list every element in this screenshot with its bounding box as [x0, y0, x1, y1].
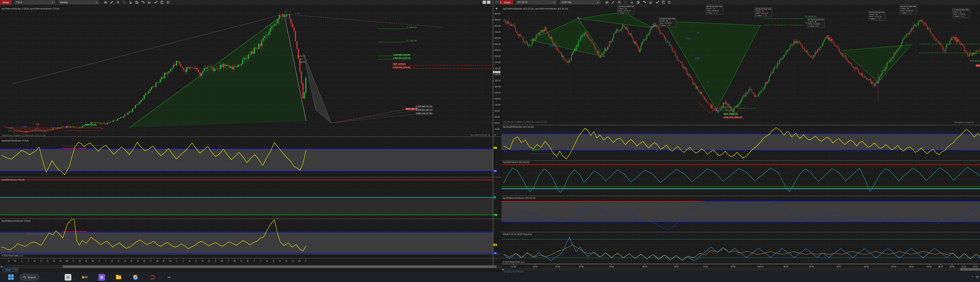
pattern-annotation: 2.000 (BC) (248.72) — [392, 57, 411, 60]
indicator-value-marker: 38 — [493, 244, 497, 246]
taskbar-app-chrome[interactable] — [132, 274, 139, 281]
time-axis-label: F — [228, 260, 229, 262]
h-scrollbar-left[interactable]: ◀ — [0, 265, 501, 268]
time-axis-label: F — [73, 260, 74, 262]
time-axis-label: N — [131, 260, 132, 262]
taskbar-app-folder[interactable] — [115, 274, 122, 281]
patterns-found-status: hpc patterns found: [3] — [470, 134, 490, 136]
price-axis-label: 180.00 — [495, 79, 501, 82]
time-axis-label: 08:02 — [783, 266, 788, 268]
pattern-annotation: 0.886 (XA) (218.94) — [392, 67, 411, 69]
pattern-annotation: Bat — [36, 123, 40, 125]
scroll-handle[interactable] — [960, 268, 980, 271]
time-axis-label: A — [189, 260, 190, 262]
time-axis-label: F — [150, 260, 151, 262]
time-axis-label: 10:13 — [961, 266, 966, 268]
pattern-annotation: T2: (4098.25) — [805, 16, 816, 18]
pattern-annotation: 0.886 — [22, 126, 27, 128]
time-axis-label: 20 — [66, 260, 68, 262]
system-tray: ⌃ 10:43 AM 2/10/2023 — [972, 274, 980, 281]
pattern-annotation: D — [67, 124, 69, 127]
time-axis-label: 09:59 — [950, 266, 955, 268]
tick-info-box: ES 03-23 2100 Tick# bars: 56Time: 00:37:… — [868, 11, 886, 21]
tray-expand-icon[interactable]: ⌃ — [972, 276, 974, 279]
pattern-annotation: D — [718, 111, 719, 113]
price-axis-label: 300.00 — [495, 43, 501, 45]
rsi-panel-label: RSI(ES 03-23 (2100 Tick),8,3) — [503, 233, 532, 235]
h-scrollbar-right[interactable]: ◀ ▶ — [501, 268, 980, 271]
tick-info-box: ES 03-23 2100 Tick# bars: 41Time: 01:08:… — [952, 8, 970, 18]
pattern-annotation: 1.618 (AB) (91.16) — [415, 105, 433, 108]
time-axis-label: 10:56 — [674, 266, 679, 268]
price-axis-label: 220.00 — [495, 67, 501, 70]
copyright: © 2023 NinjaTrader, LLC — [503, 261, 525, 263]
taskbar-app-purple-app[interactable] — [99, 274, 105, 281]
time-axis-label: S — [118, 260, 119, 262]
scroll-handle[interactable] — [63, 266, 496, 268]
pattern-annotation: 0.618 — [33, 129, 38, 131]
pattern-annotation: 1.618 (AB) (259.84) — [392, 54, 411, 56]
time-axis-label: 09:32 — [642, 266, 647, 268]
amprsi-panel-label: hpcAmpRSIIndicator (TSLA) — [2, 139, 29, 142]
pattern-annotation: T2: (4056.50) — [720, 109, 732, 112]
taskbar-app-weather-28[interactable]: 28° — [81, 274, 88, 281]
time-axis-label: O — [124, 260, 126, 262]
price-axis-label: 360.00 — [495, 25, 501, 27]
time-axis-label: A — [8, 260, 10, 262]
tick-info-box: ES 03-23 2100 Tick# bars: 46Time: 01:05:… — [659, 17, 676, 27]
time-axis-label: O — [47, 260, 48, 262]
time-axis-label: O — [202, 260, 203, 262]
pattern-annotation: Butterfly — [298, 55, 305, 57]
rsibamm-panel-label: hpcRSIBammIndicator (ES 03-23) — [503, 197, 536, 199]
wifi-icon[interactable] — [976, 276, 979, 279]
tab-tsla[interactable]: TSLA — [3, 268, 13, 272]
price-axis-label: 200.00 — [495, 73, 501, 76]
time-axis-label: M — [14, 260, 16, 262]
time-axis-label: N — [53, 260, 55, 262]
time-axis-label: S — [196, 260, 197, 262]
last-price-marker: 207.63 — [493, 71, 500, 73]
time-axis-label: F — [305, 260, 306, 262]
collapse-panel-icon[interactable]: ◀ — [495, 7, 497, 10]
time-axis-label: 22 — [221, 260, 223, 262]
pattern-annotation: 0.786 — [295, 13, 300, 15]
price-axis-label: 380.00 — [495, 19, 501, 21]
time-axis-label: M — [234, 260, 235, 262]
taskbar-app-media-app[interactable] — [149, 274, 156, 281]
time-axis-label: 08:47 — [836, 266, 841, 268]
time-axis-label: M — [156, 260, 158, 262]
scroll-left-icon[interactable]: ◀ — [501, 268, 504, 271]
time-axis-label: 12:54 — [533, 266, 538, 268]
chart-tabs-left: TSLA + — [3, 268, 18, 272]
pattern-annotation: 0.886 — [695, 57, 700, 60]
start-button[interactable] — [8, 274, 14, 281]
taskbar-app-file-manager[interactable] — [65, 274, 72, 281]
rsibamm-panel-label: hpcRSIBammIndicator (TSLA) — [2, 220, 30, 222]
price-axis-label: 60.00 — [495, 116, 500, 118]
price-axis-label: 240.00 — [495, 61, 501, 63]
time-axis-label: O — [279, 260, 281, 262]
price-axis-label: 140.00 — [495, 92, 501, 94]
taskbar-app-sse-app[interactable]: SSe — [166, 274, 172, 281]
taskbar: Search 28°SSe ⌃ 10:43 AM 2/10/2023 — [0, 272, 980, 282]
time-axis-label: 13:26 — [555, 266, 560, 268]
time-axis-label: Feb 10 — [757, 266, 764, 268]
time-axis-label: 09:43 — [938, 266, 943, 268]
time-axis-label: 10:26 — [972, 266, 977, 268]
time-axis-label: J — [28, 260, 29, 262]
chart-canvas[interactable] — [0, 0, 980, 282]
time-axis-label: 23 — [298, 260, 301, 262]
time-axis-label: 09:30 — [926, 266, 931, 268]
time-axis-label: N — [208, 260, 210, 262]
add-tab-button[interactable]: + — [14, 268, 18, 272]
pattern-annotation: HOP (4075.50) — [970, 60, 980, 62]
patterns-found-status: hpc patterns found: [7] — [954, 121, 974, 124]
time-axis-label: 09:15 — [891, 266, 896, 268]
search-box[interactable]: Search — [20, 274, 40, 281]
scroll-left-icon[interactable]: ◀ — [0, 265, 3, 268]
time-axis-label: A — [34, 260, 35, 262]
time-axis-label: A — [163, 260, 164, 262]
pattern-annotation: HOP: (4049.75) — [723, 113, 738, 115]
time-axis-label: M — [92, 260, 94, 262]
time-axis-label: 13:10 — [703, 266, 708, 268]
